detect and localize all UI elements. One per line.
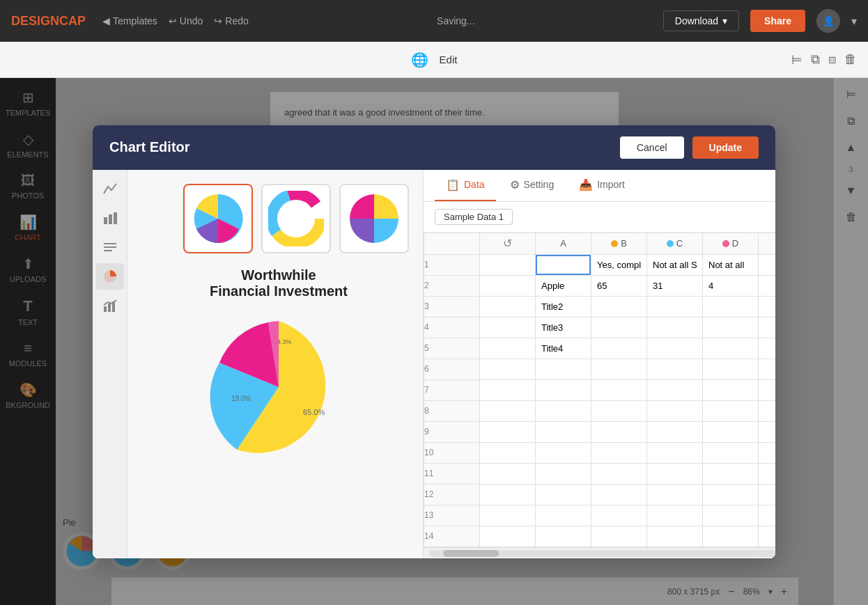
input-4-e[interactable] (759, 317, 775, 338)
input-8-d[interactable] (703, 401, 758, 421)
cell-11-e[interactable] (759, 463, 776, 484)
input-4-b[interactable] (591, 317, 646, 338)
cell-2-d[interactable] (703, 275, 759, 296)
input-13-c[interactable] (647, 505, 702, 526)
cell-10-d[interactable] (703, 442, 759, 463)
cell-1-e[interactable] (759, 254, 776, 275)
input-4-c[interactable] (647, 317, 702, 338)
chart-thumb-2[interactable] (261, 184, 331, 253)
input-3-a[interactable] (536, 297, 591, 317)
cell-11-b[interactable] (591, 463, 647, 484)
chart-type-bar[interactable] (96, 205, 124, 231)
cell-8-d[interactable] (703, 400, 759, 421)
input-6-d[interactable] (703, 359, 758, 379)
duplicate-icon[interactable]: ⧇ (828, 52, 836, 68)
cell-2-b[interactable] (591, 275, 647, 296)
cell-14-e[interactable] (759, 526, 776, 547)
cell-10-c[interactable] (647, 442, 703, 463)
input-9-b[interactable] (591, 422, 646, 442)
input-11-c[interactable] (647, 464, 702, 484)
input-9-a[interactable] (536, 422, 591, 442)
cell-12-c[interactable] (647, 484, 703, 505)
delete-icon[interactable]: 🗑 (844, 52, 857, 68)
cell-7-a[interactable] (536, 379, 591, 400)
cell-1-a[interactable] (536, 254, 591, 275)
input-5-c[interactable] (647, 338, 702, 359)
input-2-c[interactable] (647, 276, 702, 296)
cell-13-e[interactable] (759, 505, 776, 526)
input-12-a[interactable] (536, 485, 591, 505)
input-7-b[interactable] (591, 380, 646, 400)
cell-1-d[interactable] (703, 254, 759, 275)
cell-4-b[interactable] (591, 317, 647, 338)
input-2-b[interactable] (591, 276, 646, 296)
cell-2-c[interactable] (647, 275, 703, 296)
cell-5-c[interactable] (647, 338, 703, 359)
cell-5-e[interactable] (759, 338, 776, 359)
input-10-b[interactable] (591, 443, 646, 463)
cell-7-d[interactable] (703, 379, 759, 400)
cell-9-e[interactable] (759, 421, 776, 442)
cell-6-a[interactable] (536, 359, 591, 379)
cell-11-c[interactable] (647, 463, 703, 484)
cell-3-d[interactable] (703, 296, 759, 317)
input-11-b[interactable] (591, 464, 646, 484)
cell-10-e[interactable] (759, 442, 776, 463)
input-14-c[interactable] (647, 526, 702, 547)
input-2-e[interactable] (759, 276, 775, 296)
input-13-d[interactable] (703, 505, 758, 526)
input-10-e[interactable] (759, 443, 775, 463)
chart-type-pie[interactable] (96, 263, 124, 290)
input-8-e[interactable] (759, 401, 775, 421)
cell-1-b[interactable] (591, 254, 647, 275)
input-1-a[interactable] (536, 255, 591, 275)
cell-8-e[interactable] (759, 400, 776, 421)
cell-5-b[interactable] (591, 338, 647, 359)
cell-13-b[interactable] (591, 505, 647, 526)
cell-7-b[interactable] (591, 379, 647, 400)
chart-type-combo[interactable] (96, 292, 124, 319)
input-10-a[interactable] (536, 443, 591, 463)
input-12-d[interactable] (703, 485, 758, 505)
input-13-e[interactable] (759, 505, 775, 526)
undo-button[interactable]: ↩ Undo (169, 15, 203, 26)
cell-7-c[interactable] (647, 379, 703, 400)
cell-8-a[interactable] (536, 400, 591, 421)
cell-12-a[interactable] (536, 484, 591, 505)
chart-type-text[interactable] (96, 234, 124, 260)
input-6-b[interactable] (591, 359, 646, 379)
cell-12-e[interactable] (759, 484, 776, 505)
input-8-a[interactable] (536, 401, 591, 421)
input-5-b[interactable] (591, 338, 646, 359)
cell-14-d[interactable] (703, 526, 759, 547)
input-11-d[interactable] (703, 464, 758, 484)
input-14-e[interactable] (759, 526, 775, 547)
align-icon[interactable]: ⊨ (791, 52, 803, 68)
cell-9-b[interactable] (591, 421, 647, 442)
cell-10-a[interactable] (536, 442, 591, 463)
cell-12-b[interactable] (591, 484, 647, 505)
horizontal-scrollbar[interactable] (424, 547, 775, 558)
input-5-e[interactable] (759, 338, 775, 359)
redo-button[interactable]: ↪ Redo (214, 15, 248, 26)
chart-thumb-1[interactable] (183, 184, 253, 253)
cell-1-c[interactable] (647, 254, 703, 275)
cell-4-a[interactable] (536, 317, 591, 338)
avatar[interactable]: 👤 (816, 9, 840, 33)
cell-6-c[interactable] (647, 359, 703, 379)
input-3-c[interactable] (647, 297, 702, 317)
input-1-c[interactable] (647, 255, 702, 275)
cell-11-d[interactable] (703, 463, 759, 484)
input-3-b[interactable] (591, 297, 646, 317)
cell-8-c[interactable] (647, 400, 703, 421)
cell-9-c[interactable] (647, 421, 703, 442)
cell-4-e[interactable] (759, 317, 776, 338)
cell-5-d[interactable] (703, 338, 759, 359)
input-10-c[interactable] (647, 443, 702, 463)
input-1-e[interactable] (759, 255, 775, 275)
cell-2-a[interactable] (536, 275, 591, 296)
input-12-c[interactable] (647, 485, 702, 505)
input-11-a[interactable] (536, 464, 591, 484)
chart-type-line[interactable] (96, 175, 124, 202)
cell-14-c[interactable] (647, 526, 703, 547)
